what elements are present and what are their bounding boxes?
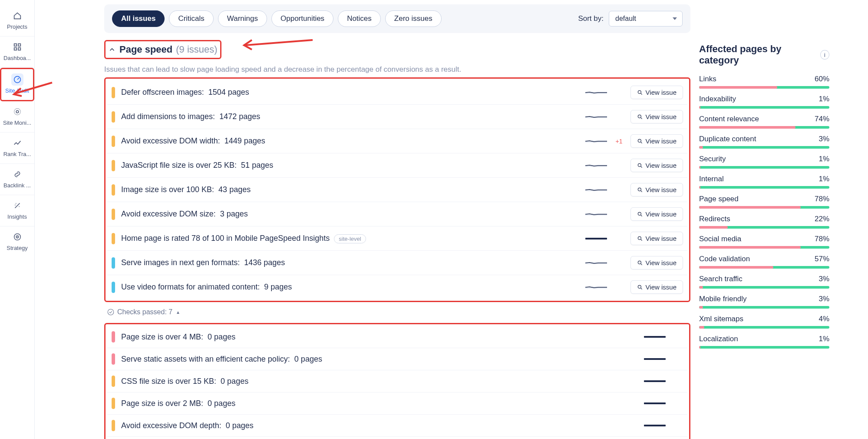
issue-row[interactable]: Home page is rated 78 of 100 in Mobile P… — [107, 226, 687, 251]
filter-pill-criticals[interactable]: Criticals — [169, 10, 213, 27]
category-row[interactable]: Duplicate content3% — [699, 135, 829, 149]
issue-title: Home page is rated 78 of 100 in Mobile P… — [121, 234, 579, 243]
category-row[interactable]: Content relevance74% — [699, 115, 829, 129]
svg-point-15 — [638, 115, 641, 118]
filter-pill-notices[interactable]: Notices — [338, 10, 381, 27]
view-issue-button[interactable]: View issue — [630, 207, 683, 221]
chevron-up-icon — [108, 46, 116, 53]
filter-pill-all-issues[interactable]: All issues — [112, 10, 165, 27]
sidebar-item-site-moni-[interactable]: Site Moni... — [0, 101, 34, 133]
category-pct: 1% — [818, 175, 829, 183]
sidebar-item-rank-tra-[interactable]: Rank Tra... — [0, 133, 34, 164]
sidebar-item-backlink-[interactable]: Backlink ... — [0, 164, 34, 195]
view-issue-button[interactable]: View issue — [630, 183, 683, 196]
issue-row[interactable]: Page size is over 4 MB: 0 pages — [107, 326, 687, 348]
category-row[interactable]: Links60% — [699, 75, 829, 89]
sort-value: default — [615, 15, 636, 22]
svg-point-9 — [17, 236, 18, 237]
view-issue-button[interactable]: View issue — [630, 280, 683, 294]
severity-indicator — [112, 111, 115, 123]
issue-row[interactable]: Image size is over 100 KB: 43 pagesView … — [107, 178, 687, 202]
view-issue-button[interactable]: View issue — [630, 232, 683, 245]
filter-pill-warnings[interactable]: Warnings — [218, 10, 267, 27]
section-desc: Issues that can lead to slow page loadin… — [104, 65, 690, 74]
sidebar-item-projects[interactable]: Projects — [0, 5, 34, 37]
svg-rect-1 — [18, 44, 20, 47]
search-icon — [637, 163, 643, 169]
category-row[interactable]: Localization1% — [699, 335, 829, 349]
view-issue-button[interactable]: View issue — [630, 256, 683, 269]
category-row[interactable]: Internal1% — [699, 175, 829, 189]
issue-row[interactable]: Add dimensions to images: 1472 pagesView… — [107, 105, 687, 129]
svg-point-23 — [638, 212, 641, 215]
severity-indicator — [112, 209, 115, 220]
sidebar-label: Site Audit — [5, 87, 29, 94]
issue-row[interactable]: Use video formats for animated content: … — [107, 275, 687, 299]
svg-point-21 — [638, 188, 641, 191]
category-bar — [699, 226, 829, 229]
issue-row[interactable]: Avoid excessive DOM width: 1449 pages+1V… — [107, 129, 687, 153]
category-bar — [699, 286, 829, 289]
category-name: Page speed — [699, 195, 739, 203]
severity-indicator — [112, 331, 115, 343]
sort-select[interactable]: default — [609, 11, 683, 27]
category-row[interactable]: Code validation57% — [699, 255, 829, 269]
category-pct: 22% — [815, 215, 829, 223]
category-row[interactable]: Mobile friendly3% — [699, 295, 829, 309]
filter-pill-zero-issues[interactable]: Zero issues — [385, 10, 442, 27]
check-circle-icon — [107, 308, 115, 316]
search-icon — [637, 90, 643, 96]
view-issue-button[interactable]: View issue — [630, 134, 683, 148]
category-row[interactable]: Xml sitemaps4% — [699, 315, 829, 329]
section-header-annot: Page speed (9 issues) — [104, 40, 221, 59]
issue-row[interactable]: CSS file size is over 15 KB: 0 pages — [107, 370, 687, 392]
filter-pill-opportunities[interactable]: Opportunities — [271, 10, 333, 27]
filter-bar: All issuesCriticalsWarningsOpportunities… — [104, 4, 690, 33]
sidebar-item-insights[interactable]: Insights — [0, 195, 34, 226]
category-row[interactable]: Social media78% — [699, 235, 829, 249]
category-row[interactable]: Page speed78% — [699, 195, 829, 209]
svg-point-28 — [638, 285, 641, 288]
category-row[interactable]: Search traffic3% — [699, 275, 829, 289]
sparkline — [644, 358, 666, 360]
issue-row[interactable]: Serve static assets with an efficient ca… — [107, 348, 687, 370]
issue-title: Page size is over 2 MB: 0 pages — [121, 399, 638, 408]
category-row[interactable]: Indexability1% — [699, 95, 829, 109]
issue-row[interactable]: Defer offscreen images: 1504 pagesView i… — [107, 80, 687, 105]
issue-row[interactable]: Avoid excessive DOM depth: 0 pages — [107, 415, 687, 437]
category-name: Content relevance — [699, 115, 759, 123]
view-issue-button[interactable]: View issue — [630, 159, 683, 172]
category-bar — [699, 166, 829, 169]
view-issue-button[interactable]: View issue — [630, 110, 683, 123]
category-row[interactable]: Redirects22% — [699, 215, 829, 229]
issue-row[interactable]: Comments in code has more than 1000 symb… — [107, 437, 687, 439]
checks-passed-toggle[interactable]: Checks passed: 7 — [107, 308, 179, 316]
sparkline — [644, 336, 666, 338]
issues-list-annot: Defer offscreen images: 1504 pagesView i… — [104, 77, 690, 302]
issue-row[interactable]: Avoid excessive DOM size: 3 pagesView is… — [107, 202, 687, 226]
info-icon[interactable]: i — [820, 50, 829, 60]
sparkline — [644, 402, 666, 404]
pulse-icon — [11, 106, 23, 118]
section-header[interactable]: Page speed (9 issues) — [108, 44, 218, 55]
issue-title: Defer offscreen images: 1504 pages — [121, 88, 579, 97]
sidebar-label: Backlink ... — [3, 182, 31, 189]
category-pct: 57% — [815, 255, 829, 263]
issue-row[interactable]: Serve images in next gen formats: 1436 p… — [107, 251, 687, 275]
category-row[interactable]: Security1% — [699, 155, 829, 169]
severity-indicator — [112, 136, 115, 147]
issue-row[interactable]: JavaScript file size is over 25 KB: 51 p… — [107, 153, 687, 178]
severity-indicator — [112, 398, 115, 409]
category-name: Internal — [699, 175, 724, 183]
sidebar-item-site-audit[interactable]: Site Audit — [0, 68, 34, 101]
category-pct: 74% — [815, 115, 829, 123]
issue-row[interactable]: Page size is over 2 MB: 0 pages — [107, 392, 687, 415]
trend-icon — [11, 137, 23, 149]
sidebar-item-dashboa-[interactable]: Dashboa... — [0, 37, 34, 68]
view-issue-button[interactable]: View issue — [630, 86, 683, 99]
category-bar — [699, 326, 829, 329]
severity-indicator — [112, 257, 115, 269]
category-name: Xml sitemaps — [699, 315, 743, 323]
passed-list-annot: Page size is over 4 MB: 0 pagesServe sta… — [104, 323, 690, 439]
sidebar-item-strategy[interactable]: Strategy — [0, 226, 34, 257]
